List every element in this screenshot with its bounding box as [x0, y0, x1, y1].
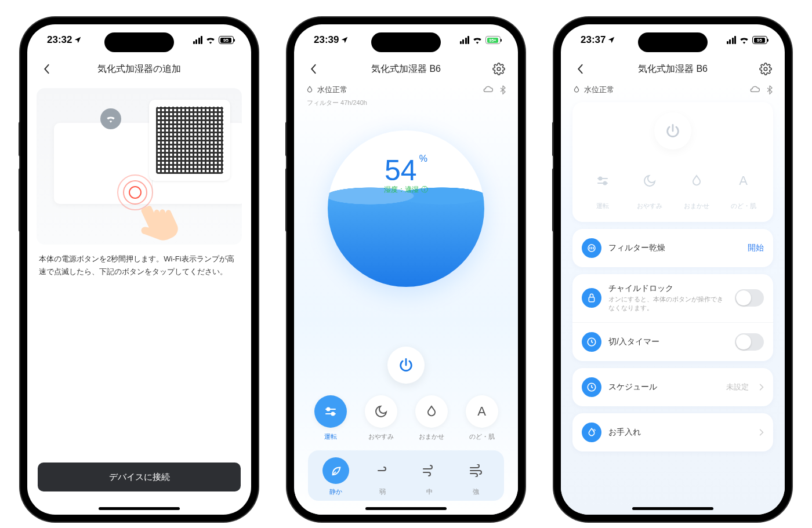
back-button[interactable]: [571, 60, 589, 78]
battery-icon: 95: [752, 36, 767, 44]
nav-bar: 気化式加湿器 B6: [294, 56, 518, 82]
mode-auto[interactable]: おまかせ: [676, 160, 717, 215]
instruction-illustration: [37, 88, 242, 245]
mode-throat-skin[interactable]: A のど・肌: [723, 160, 764, 215]
back-button[interactable]: [304, 60, 322, 78]
svg-point-4: [331, 413, 334, 416]
status-time: 23:32: [47, 34, 72, 46]
fan-mid[interactable]: 中: [406, 457, 453, 496]
location-icon: [607, 36, 615, 44]
svg-point-0: [497, 67, 501, 71]
child-lock-toggle[interactable]: [735, 289, 764, 307]
wind-low-icon: [369, 457, 396, 484]
mode-manual[interactable]: 運転: [582, 160, 623, 215]
status-time: 23:37: [581, 34, 606, 46]
back-button[interactable]: [38, 60, 55, 78]
droplet-icon: [306, 86, 314, 94]
mode-sleep[interactable]: おやすみ: [358, 391, 403, 446]
lock-icon: [582, 288, 601, 308]
fan-quiet[interactable]: 静か: [313, 457, 360, 496]
page-title: 気化式加湿器の追加: [97, 63, 181, 75]
mode-throat-skin[interactable]: A のど・肌: [459, 391, 504, 446]
home-indicator[interactable]: [632, 507, 713, 510]
leaf-icon: [322, 457, 349, 484]
droplet-icon: [680, 165, 713, 197]
status-time: 23:39: [314, 34, 339, 46]
nav-bar: 気化式加湿器 B6: [561, 56, 785, 82]
settings-button[interactable]: [757, 60, 774, 78]
filter-dry-start[interactable]: 開始: [748, 243, 764, 253]
row-maintenance[interactable]: お手入れ: [572, 413, 773, 451]
instruction-text: 本体の電源ボタンを2秒間押します。Wi-Fi表示ランプが高速で点滅したら、下記の…: [27, 245, 251, 286]
humidity-gauge: 54% 湿度：適湿 ⓘ: [328, 130, 484, 287]
signal-icon: [727, 36, 737, 44]
chevron-right-icon: [759, 383, 764, 391]
power-button[interactable]: [654, 112, 691, 150]
humidity-status: 湿度：適湿 ⓘ: [328, 185, 484, 195]
connect-device-button[interactable]: デバイスに接続: [38, 463, 241, 491]
wind-high-icon: [463, 457, 490, 484]
home-indicator[interactable]: [365, 507, 447, 510]
humidity-unit: %: [419, 154, 427, 163]
row-timer: 切/入タイマー: [572, 322, 773, 361]
droplet-icon: [415, 395, 448, 428]
row-schedule[interactable]: スケジュール 未設定: [572, 368, 773, 406]
bluetooth-icon[interactable]: [766, 85, 773, 94]
page-title: 気化式加湿器 B6: [638, 63, 708, 75]
water-level-label: 水位正常: [317, 85, 347, 95]
moon-icon: [365, 395, 397, 428]
svg-point-2: [327, 408, 329, 411]
mode-sleep[interactable]: おやすみ: [629, 160, 670, 215]
page-title: 気化式加湿器 B6: [371, 63, 441, 75]
bluetooth-icon[interactable]: [499, 85, 506, 94]
clock-icon: [582, 377, 601, 397]
wifi-indicator-icon: [100, 108, 121, 129]
wifi-icon: [739, 36, 749, 44]
mode-auto[interactable]: おまかせ: [409, 391, 454, 446]
timer-toggle[interactable]: [735, 333, 764, 351]
mode-manual[interactable]: 運転: [308, 391, 353, 446]
sliders-icon: [314, 395, 347, 428]
home-indicator[interactable]: [99, 507, 180, 510]
fan-speed-selector: 静か 弱 中 強: [308, 450, 504, 501]
cloud-icon[interactable]: [482, 86, 494, 94]
svg-point-9: [603, 182, 606, 185]
filter-dry-icon: [582, 238, 601, 258]
signal-icon: [193, 36, 203, 44]
power-button[interactable]: [387, 347, 425, 384]
wifi-icon: [205, 36, 216, 44]
signal-icon: [460, 36, 470, 44]
letter-a-icon: A: [466, 395, 498, 428]
droplet-icon: [572, 86, 581, 94]
svg-point-5: [764, 67, 767, 71]
fan-high[interactable]: 強: [453, 457, 500, 496]
clock-icon: [582, 332, 601, 352]
droplet-sparkle-icon: [582, 423, 601, 442]
svg-point-7: [599, 177, 601, 180]
row-child-lock: チャイルドロック オンにすると、本体のボタンが操作できなくなります。: [572, 274, 773, 322]
wifi-icon: [472, 36, 483, 44]
cloud-icon[interactable]: [749, 86, 760, 94]
row-filter-dry[interactable]: フィルター乾燥 開始: [572, 229, 773, 267]
wind-mid-icon: [416, 457, 443, 484]
letter-a-icon: A: [727, 165, 760, 197]
location-icon: [74, 36, 82, 44]
filter-status: フィルター 47h/240h: [294, 97, 518, 113]
battery-icon: 95+: [485, 36, 501, 44]
battery-icon: 95: [219, 36, 234, 44]
location-icon: [340, 36, 349, 44]
mode-selector: 運転 おやすみ おまかせ A のど・肌: [294, 391, 518, 450]
water-level-label: 水位正常: [584, 85, 614, 95]
moon-icon: [633, 165, 666, 197]
chevron-right-icon: [759, 428, 764, 436]
humidity-value: 54: [385, 154, 417, 187]
hand-pointer-icon: [132, 198, 184, 245]
nav-bar: 気化式加湿器の追加: [27, 56, 251, 82]
svg-rect-11: [589, 297, 594, 302]
settings-button[interactable]: [490, 60, 507, 78]
sliders-icon: [586, 165, 619, 197]
fan-low[interactable]: 弱: [360, 457, 407, 496]
